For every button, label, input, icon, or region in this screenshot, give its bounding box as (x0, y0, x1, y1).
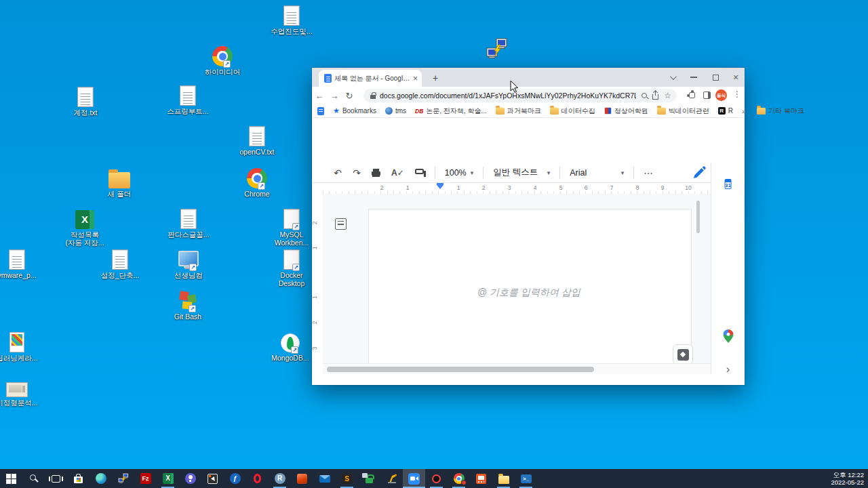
horizontal-ruler[interactable]: 2112345678910 (323, 183, 711, 194)
desktop-icon-mongodb[interactable]: MongoDB... (266, 331, 315, 362)
side-panel-icon[interactable] (703, 92, 711, 99)
paint-format-button[interactable] (415, 169, 424, 174)
zoom-indicator-icon[interactable] (642, 93, 647, 98)
desktop-icon-spring-boot[interactable]: 스프링부트... (163, 84, 212, 115)
taskbar-remote-control[interactable] (201, 469, 224, 488)
spellcheck-button[interactable]: A✓ (391, 168, 404, 178)
print-button[interactable] (372, 169, 380, 177)
taskbar-excel[interactable] (157, 469, 179, 488)
taskbar-store[interactable] (67, 469, 90, 488)
taskbar-edge[interactable] (90, 469, 112, 488)
bookmark-label: Bookmarks (342, 107, 376, 115)
taskbar-opera[interactable] (246, 469, 269, 488)
address-bar[interactable]: docs.google.com/document/d/1xJAFsYpOHxsM… (363, 89, 677, 102)
taskbar-security-lock[interactable] (358, 469, 380, 488)
bookmark-item-8[interactable]: RR (718, 107, 733, 115)
url-text[interactable]: docs.google.com/document/d/1xJAFsYpOHxsM… (380, 92, 636, 100)
bookmarks-overflow-icon[interactable] (742, 107, 746, 115)
tab-search-icon[interactable] (662, 68, 682, 87)
font-select[interactable]: Arial (566, 168, 628, 178)
desktop-icon-chrome[interactable]: Chrome (233, 167, 281, 198)
desktop-icon-new-folder[interactable]: 새 폴더 (95, 167, 144, 198)
desktop-icon-opencv-txt[interactable]: openCV.txt (233, 125, 281, 156)
bookmark-item-4[interactable]: 과거북마크 (496, 106, 541, 116)
taskbar-robot-arm[interactable] (380, 469, 403, 488)
desktop-icon-teacher-pc[interactable]: 선생님컴 (164, 248, 213, 279)
taskbar-recorder[interactable] (425, 469, 448, 488)
taskbar-orange-app[interactable] (470, 469, 492, 488)
document-scrollbar[interactable] (696, 201, 700, 233)
desktop-icon-sueop-jindo[interactable]: 수업진도및... (267, 4, 316, 35)
horizontal-scrollbar-thumb[interactable] (327, 367, 594, 372)
side-panel-maps[interactable] (723, 329, 733, 346)
taskbar-sublime[interactable] (336, 469, 358, 488)
indent-marker[interactable] (437, 183, 443, 185)
taskbar-remote-desktop[interactable] (112, 469, 134, 488)
redo-button[interactable] (347, 167, 366, 178)
browser-tab[interactable]: 제목 없는 문서 - Google Docs (319, 70, 422, 87)
window-close-button[interactable] (726, 68, 746, 87)
taskbar-start[interactable] (0, 469, 22, 488)
bookmark-item-11[interactable]: 기타 북마크 (757, 106, 804, 116)
editing-mode-button[interactable] (692, 165, 707, 180)
desktop-icon-settings-shortcut[interactable]: 설정_단축... (96, 248, 144, 279)
taskbar-chrome[interactable] (448, 469, 470, 488)
explore-button[interactable] (673, 344, 693, 365)
forward-button[interactable] (327, 91, 342, 101)
new-tab-button[interactable] (429, 72, 442, 85)
taskbar-clock[interactable]: 오후 12:22 2022-05-22 (831, 469, 864, 488)
desktop-icon-jakseong-list[interactable]: X작성목록(자동 저장... (60, 207, 109, 247)
bookmark-item-1[interactable]: Bookmarks (333, 107, 376, 115)
desktop-icon-mysql-workbench[interactable]: MySQLWorkben... (267, 207, 316, 247)
document-page[interactable]: @ 기호를 입력하여 삽입 (368, 209, 692, 374)
bookmark-item-3[interactable]: DB논문, 전자책, 학술... (415, 106, 487, 116)
taskbar-search[interactable] (22, 469, 45, 488)
desktop-icon-git-bash[interactable]: Git Bash (163, 289, 212, 321)
horizontal-scrollbar[interactable] (323, 363, 711, 374)
taskbar-task-view[interactable] (45, 469, 67, 488)
taskbar-office[interactable] (291, 469, 313, 488)
bookmark-star-icon[interactable] (664, 91, 671, 100)
taskbar-filezilla[interactable] (134, 469, 157, 488)
desktop-icon-pandas-font[interactable]: 판다스글꼴... (164, 207, 213, 239)
https-lock-icon[interactable] (370, 95, 376, 99)
desktop-icon-unstructured-analysis[interactable]: 비정형분석... (0, 377, 41, 407)
side-panel-collapse[interactable] (726, 363, 730, 375)
browser-menu-icon[interactable] (732, 89, 742, 99)
extensions-icon[interactable] (689, 92, 695, 98)
maximize-button[interactable] (705, 68, 726, 87)
taskbar-f-app[interactable] (224, 469, 246, 488)
taskbar-purple-bulb-app[interactable] (179, 469, 201, 488)
undo-button[interactable] (328, 167, 347, 178)
bookmark-item-2[interactable]: tms (385, 107, 406, 115)
side-panel-calendar[interactable]: 31 (724, 178, 732, 190)
bookmark-item-0[interactable] (317, 107, 324, 115)
share-icon[interactable] (652, 94, 658, 100)
zoom-select[interactable]: 100% (441, 168, 478, 178)
taskbar-file-explorer[interactable] (492, 469, 515, 488)
desktop-icon-vmware-p[interactable]: vmware_p... (0, 248, 41, 279)
desktop-icon-docker-desktop[interactable]: DockerDesktop (267, 248, 316, 287)
paragraph-style-select[interactable]: 일반 텍스트 (489, 167, 554, 178)
desktop-icon-gyejeong-txt[interactable]: 계정.txt (61, 85, 110, 117)
desktop-icon-hi-media[interactable]: 하이미디어 (198, 45, 247, 76)
taskbar-mail[interactable] (313, 469, 336, 488)
bookmark-item-5[interactable]: 데이터수집 (550, 106, 595, 116)
bookmark-item-7[interactable]: 빅데이터관련 (657, 106, 709, 116)
browser-avatar[interactable]: 동식 (715, 89, 727, 101)
tab-close-icon[interactable] (413, 75, 418, 83)
desktop-icon-remote-connection[interactable] (473, 37, 521, 64)
vertical-ruler[interactable]: 21123 (312, 194, 323, 374)
docs-toolbar: A✓ 100% 일반 텍스트 Arial (312, 163, 745, 183)
taskbar-r-app[interactable] (269, 469, 291, 488)
reload-button[interactable] (342, 91, 357, 101)
browser-titlebar[interactable]: 제목 없는 문서 - Google Docs (312, 68, 745, 87)
desktop-icon-deep-learning-book[interactable]: 딥러닝케라... (0, 331, 41, 362)
minimize-button[interactable] (684, 68, 704, 87)
document-outline-icon[interactable] (335, 218, 347, 230)
bookmark-item-6[interactable]: 정상어학원 (604, 106, 648, 116)
more-options-icon[interactable] (644, 167, 653, 178)
taskbar-zoom-app[interactable] (403, 469, 425, 488)
taskbar-powershell[interactable] (515, 469, 537, 488)
back-button[interactable] (312, 91, 327, 101)
